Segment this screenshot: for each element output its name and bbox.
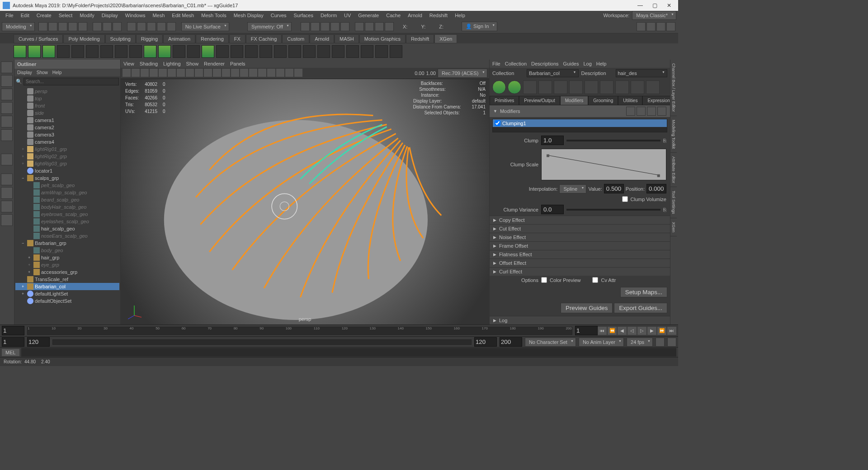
vp-icon[interactable] (132, 69, 140, 77)
variance-slider[interactable] (566, 209, 660, 211)
tree-item[interactable]: camera3 (15, 131, 119, 138)
xgen-icon[interactable] (646, 80, 660, 94)
menu-mesh-display[interactable]: Mesh Display (230, 12, 267, 19)
menu-select[interactable]: Select (55, 12, 76, 19)
timeline[interactable]: 1102030405060708090100110120130140150160… (0, 324, 678, 336)
xgen-shelf-icon[interactable] (231, 45, 243, 58)
paint-icon[interactable] (113, 22, 122, 31)
preview-guides-button[interactable]: Preview Guides (561, 303, 613, 313)
prefs-icon[interactable] (667, 338, 676, 347)
clump-slider[interactable] (566, 140, 660, 141)
shelf-tab-sculpt[interactable]: Sculpting (105, 34, 136, 43)
range-playend-input[interactable] (474, 337, 497, 347)
vp-menu-show[interactable]: Show (186, 61, 199, 66)
current-frame-input[interactable] (2, 326, 24, 335)
vp-icon[interactable] (285, 69, 293, 77)
right-tab-modeling[interactable]: Modeling Toolkit (670, 116, 677, 153)
setup-maps-button[interactable]: Setup Maps... (620, 287, 667, 297)
shelf-tab-render[interactable]: Rendering (196, 34, 229, 43)
outliner-search[interactable] (24, 78, 119, 85)
step-back-button[interactable]: ⏪ (608, 327, 617, 335)
panel-toggle-3[interactable] (656, 22, 665, 31)
scale-tool[interactable] (1, 129, 13, 141)
log-section[interactable]: ▶Log (490, 316, 670, 324)
play-back-icon[interactable] (365, 22, 374, 31)
shelf-tab-poly[interactable]: Poly Modeling (63, 34, 104, 43)
animlayer-dropdown[interactable]: No Anim Layer (579, 338, 624, 347)
tree-item[interactable]: +eye_grp (15, 261, 119, 268)
workspace-dropdown[interactable]: Maya Classic* (632, 11, 676, 20)
tree-item[interactable]: +Barbarian_col (15, 283, 119, 290)
xgen-menu-descriptions[interactable]: Descriptions (531, 61, 559, 66)
outliner-tree[interactable]: persptopfrontsidecamera1camera2camera3ca… (14, 87, 120, 324)
vp-menu-shading[interactable]: Shading (140, 61, 158, 66)
xgen-preview-icon[interactable] (492, 80, 506, 94)
ipr-icon[interactable] (311, 22, 320, 31)
tree-item[interactable]: camera2 (15, 124, 119, 131)
save-icon[interactable] (58, 22, 67, 31)
play-end-icon[interactable] (385, 22, 394, 31)
xgen-menu-file[interactable]: File (492, 61, 500, 66)
snap-plane-icon[interactable] (157, 22, 166, 31)
snap-grid-icon[interactable] (127, 22, 136, 31)
xgen-shelf-icon[interactable] (129, 45, 142, 58)
vp-icon[interactable] (159, 69, 167, 77)
shelf-tab-mash[interactable]: MASH (335, 34, 359, 43)
tree-item[interactable]: camera1 (15, 117, 119, 124)
outliner-menu-help[interactable]: Help (52, 70, 62, 75)
modifiers-section[interactable]: ▼Modifiers (490, 105, 670, 117)
shelf-tab-motion[interactable]: Motion Graphics (359, 34, 406, 43)
render-settings-icon[interactable] (321, 22, 330, 31)
position-input[interactable] (646, 184, 666, 193)
layout-two[interactable] (1, 201, 13, 212)
panel-toggle-4[interactable] (666, 22, 675, 31)
outliner-menu-show[interactable]: Show (37, 70, 48, 75)
tree-item[interactable]: top (15, 95, 119, 102)
xgen-shelf-icon[interactable] (288, 45, 301, 58)
menu-edit[interactable]: Edit (17, 12, 33, 19)
go-end-button[interactable]: ⏭ (667, 327, 676, 335)
vp-icon[interactable] (204, 69, 212, 77)
xgen-tab-grooming[interactable]: Grooming (588, 96, 618, 105)
charset-dropdown[interactable]: No Character Set (525, 338, 576, 347)
layout-outliner[interactable] (1, 214, 13, 226)
menu-curves[interactable]: Curves (267, 12, 290, 19)
fps-dropdown[interactable]: 24 fps (627, 338, 653, 347)
xgen-shelf-icon[interactable] (332, 45, 344, 58)
right-tab-channelbox[interactable]: Channel Box / Layer Editor (670, 60, 677, 116)
xgen-shelf-icon[interactable] (274, 45, 287, 58)
vp-icon[interactable] (240, 69, 248, 77)
xgen-shelf-icon[interactable] (187, 45, 200, 58)
hypershade-icon[interactable] (330, 22, 340, 31)
tree-item[interactable]: +lightRig03_grp (15, 160, 119, 167)
value-input[interactable] (604, 184, 624, 193)
xgen-tab-primitives[interactable]: Primitives (490, 96, 519, 105)
interp-dropdown[interactable]: Spline (559, 184, 586, 193)
layout-single[interactable] (1, 174, 13, 185)
menu-mesh-tools[interactable]: Mesh Tools (198, 12, 230, 19)
vp-icon[interactable] (267, 69, 275, 77)
xgen-shelf-icon[interactable] (259, 45, 272, 58)
shelf-tab-custom[interactable]: Custom (282, 34, 309, 43)
tree-item[interactable]: +hair_grp (15, 254, 119, 261)
effect-row[interactable]: ▶Cut Effect (490, 224, 670, 233)
mode-dropdown[interactable]: Modeling (2, 22, 35, 31)
tree-item[interactable]: camera4 (15, 138, 119, 146)
description-dropdown[interactable]: hair_des (616, 69, 668, 77)
close-button[interactable]: ✕ (663, 1, 675, 10)
menu-generate[interactable]: Generate (354, 12, 382, 19)
xgen-shelf-icon[interactable] (57, 45, 70, 58)
viewport[interactable]: View Shading Lighting Show Renderer Pane… (121, 60, 489, 324)
color-preview-checkbox[interactable] (541, 277, 547, 283)
shelf-tab-fxcache[interactable]: FX Caching (246, 34, 282, 43)
go-start-button[interactable]: ⏮ (598, 327, 607, 335)
xgen-tab-utilities[interactable]: Utilities (618, 96, 642, 105)
right-tab-attribute[interactable]: Attribute Editor (670, 153, 677, 188)
tree-item[interactable]: eyelashes_scalp_geo (15, 218, 119, 225)
xgen-icon[interactable] (554, 80, 567, 94)
menu-file[interactable]: File (2, 12, 17, 19)
vp-menu-panels[interactable]: Panels (230, 61, 245, 66)
tree-item[interactable]: −scalps_grp (15, 174, 119, 182)
vp-icon[interactable] (141, 69, 149, 77)
shelf-tab-fx[interactable]: FX (229, 34, 245, 43)
